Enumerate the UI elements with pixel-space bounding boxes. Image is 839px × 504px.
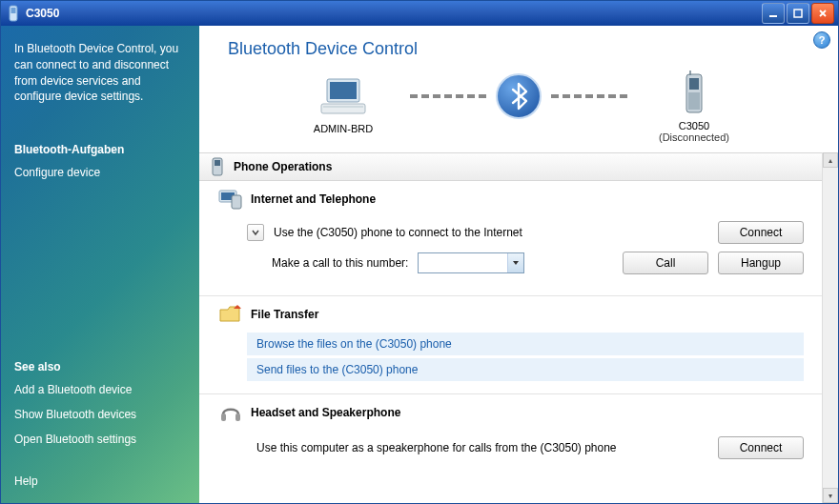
window-title: C3050	[26, 7, 762, 20]
phone-number-combo[interactable]	[418, 252, 524, 273]
folder-transfer-icon	[218, 302, 243, 327]
svg-rect-16	[232, 195, 241, 209]
svg-rect-18	[235, 413, 240, 421]
svg-rect-17	[221, 413, 226, 421]
svg-rect-2	[769, 15, 777, 17]
sections-scroll-area: Phone Operations I	[199, 152, 838, 503]
main-content: ? Bluetooth Device Control ADMIN-BRD	[199, 26, 838, 503]
call-button[interactable]: Call	[623, 252, 708, 274]
internet-telephone-title: Internet and Telephone	[251, 192, 376, 206]
svg-rect-6	[321, 104, 365, 113]
bluetooth-icon	[496, 73, 542, 119]
make-call-label: Make a call to this number:	[272, 256, 408, 270]
connection-line-left	[410, 94, 486, 98]
scroll-down-arrow[interactable]: ▾	[823, 488, 838, 503]
headset-title: Headset and Speakerphone	[251, 406, 400, 419]
connection-line-right	[551, 94, 627, 98]
expand-internet-button[interactable]	[247, 224, 264, 241]
seealso-heading: See also	[14, 360, 186, 373]
send-files-link[interactable]: Send files to the (C3050) phone	[247, 358, 804, 381]
headset-section: Headset and Speakerphone Use this comput…	[199, 393, 823, 471]
speakerphone-text: Use this computer as a speakerphone for …	[256, 441, 617, 454]
svg-rect-7	[323, 106, 363, 108]
use-phone-internet-text: Use the (C3050) phone to connect to the …	[274, 226, 522, 239]
app-window: C3050 In Bluetooth Device Control, you c…	[0, 0, 839, 504]
sidebar: In Bluetooth Device Control, you can con…	[1, 26, 199, 503]
phone-operations-header: Phone Operations	[199, 152, 823, 181]
svg-rect-13	[215, 160, 220, 166]
hangup-button[interactable]: Hangup	[718, 252, 804, 274]
connect-internet-button[interactable]: Connect	[718, 221, 804, 244]
add-bluetooth-device-link[interactable]: Add a Bluetooth device	[14, 383, 186, 396]
mobile-phone-icon	[682, 69, 706, 116]
open-bluetooth-settings-link[interactable]: Open Bluetooth settings	[14, 433, 186, 446]
phone-small-icon	[209, 157, 226, 176]
svg-rect-1	[11, 8, 16, 13]
scroll-up-arrow[interactable]: ▴	[823, 152, 838, 168]
internet-telephone-section: Internet and Telephone Use the (C3050) p…	[199, 181, 823, 295]
chevron-down-icon[interactable]	[507, 253, 523, 272]
close-button[interactable]	[811, 3, 834, 24]
show-bluetooth-devices-link[interactable]: Show Bluetooth devices	[14, 408, 186, 421]
file-transfer-title: File Transfer	[251, 308, 318, 321]
computer-icon	[317, 77, 369, 119]
computer-device: ADMIN-BRD	[286, 77, 400, 134]
computer-phone-icon	[218, 187, 243, 212]
phone-icon	[7, 4, 20, 23]
computer-label: ADMIN-BRD	[314, 123, 373, 134]
window-controls	[762, 3, 834, 24]
configure-device-link[interactable]: Configure device	[14, 166, 186, 179]
svg-rect-5	[330, 82, 357, 99]
connect-headset-button[interactable]: Connect	[718, 436, 804, 459]
svg-rect-3	[794, 10, 802, 17]
device-label: C3050	[679, 120, 709, 131]
titlebar: C3050	[1, 1, 838, 26]
vertical-scrollbar[interactable]: ▴ ▾	[822, 152, 838, 503]
help-link[interactable]: Help	[14, 474, 186, 488]
phone-operations-title: Phone Operations	[234, 160, 332, 173]
device-status: (Disconnected)	[659, 131, 729, 143]
file-transfer-section: File Transfer Browse the files on the (C…	[199, 295, 823, 393]
maximize-button[interactable]	[787, 3, 809, 24]
phone-device: C3050 (Disconnected)	[637, 69, 751, 143]
svg-rect-9	[689, 78, 699, 90]
page-title: Bluetooth Device Control	[199, 26, 838, 65]
connection-diagram: ADMIN-BRD C3050 (	[199, 65, 838, 152]
help-icon[interactable]: ?	[813, 31, 830, 49]
sidebar-description: In Bluetooth Device Control, you can con…	[14, 41, 186, 105]
browse-files-link[interactable]: Browse the files on the (C3050) phone	[247, 333, 804, 355]
tasks-heading: Bluetooth-Aufgaben	[14, 143, 186, 156]
headset-icon	[218, 400, 243, 425]
minimize-button[interactable]	[762, 3, 785, 24]
svg-rect-10	[688, 92, 700, 110]
